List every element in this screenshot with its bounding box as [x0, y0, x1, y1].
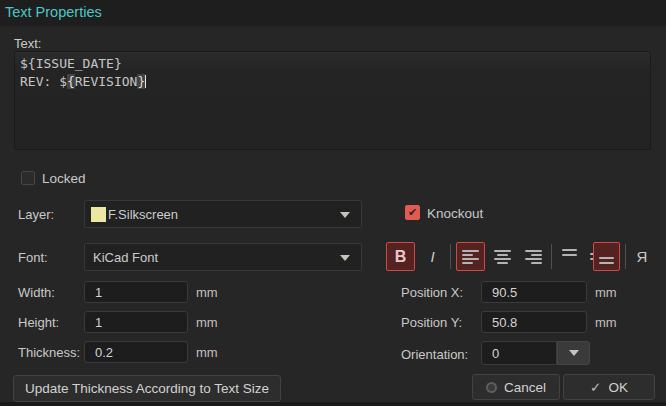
text-line-1: ${ISSUE_DATE} [20, 55, 645, 73]
layer-dropdown-value: F.Silkscreen [108, 207, 178, 222]
valign-top-icon [562, 249, 577, 264]
orientation-combo-input[interactable]: 0 [481, 341, 557, 365]
locked-checkbox[interactable] [21, 171, 35, 185]
text-cursor [145, 75, 146, 88]
text-label: Text: [14, 36, 41, 51]
thickness-unit: mm [196, 345, 218, 360]
check-icon: ✔ [408, 206, 417, 219]
position-y-input[interactable] [481, 311, 587, 333]
dialog-bottom-edge [0, 402, 666, 406]
valign-top-button[interactable] [556, 242, 583, 271]
valign-bottom-icon [599, 249, 614, 264]
cancel-button[interactable]: Cancel [472, 374, 560, 400]
knockout-label: Knockout [427, 206, 483, 221]
height-input[interactable] [84, 311, 188, 333]
mirror-icon: Я [637, 248, 648, 265]
layer-dropdown[interactable]: F.Silkscreen [84, 200, 362, 228]
position-y-label: Position Y: [401, 315, 462, 330]
align-left-icon [462, 250, 479, 264]
chevron-down-icon [569, 350, 579, 356]
valign-bottom-button[interactable] [593, 242, 620, 271]
toolbar-separator [551, 244, 552, 269]
cancel-circle-icon [486, 382, 497, 393]
position-x-label: Position X: [401, 285, 463, 300]
align-right-button[interactable] [519, 242, 548, 271]
align-center-icon [494, 250, 511, 264]
font-dropdown-value: KiCad Font [93, 250, 158, 265]
knockout-checkbox[interactable]: ✔ [405, 205, 420, 220]
layer-label: Layer: [18, 207, 54, 222]
position-x-input[interactable] [481, 281, 587, 303]
toolbar-separator [625, 244, 626, 269]
width-label: Width: [18, 285, 55, 300]
chevron-down-icon [340, 255, 350, 261]
update-thickness-button[interactable]: Update Thickness According to Text Size [13, 375, 281, 402]
align-right-icon [525, 250, 542, 264]
chevron-down-icon [340, 212, 350, 218]
ok-button[interactable]: ✓ OK [563, 374, 655, 400]
layer-color-swatch [91, 207, 106, 222]
page-title: Text Properties [5, 4, 102, 20]
bracket-open-highlight: { [67, 74, 75, 89]
dialog-titlebar: Text Properties [0, 0, 666, 26]
thickness-input[interactable] [84, 341, 188, 363]
align-center-button[interactable] [488, 242, 517, 271]
position-y-unit: mm [595, 315, 617, 330]
text-properties-dialog: Text Properties Text: ${ISSUE_DATE} REV:… [0, 0, 666, 406]
width-input[interactable] [84, 281, 188, 303]
font-label: Font: [18, 250, 48, 265]
italic-button[interactable]: I [420, 242, 445, 271]
bracket-close-highlight: } [137, 74, 145, 89]
width-unit: mm [196, 285, 218, 300]
ok-check-icon: ✓ [590, 379, 601, 395]
toolbar-separator [450, 244, 451, 269]
height-label: Height: [18, 315, 59, 330]
align-left-button[interactable] [456, 242, 485, 271]
text-line-2: REV: ${REVISION} [20, 73, 645, 91]
font-dropdown[interactable]: KiCad Font [84, 243, 362, 271]
text-content-input[interactable]: ${ISSUE_DATE} REV: ${REVISION} [14, 51, 651, 150]
locked-label: Locked [42, 171, 86, 186]
thickness-label: Thickness: [18, 345, 80, 360]
orientation-dropdown-button[interactable] [557, 341, 590, 365]
position-x-unit: mm [595, 285, 617, 300]
orientation-label: Orientation: [401, 347, 468, 362]
height-unit: mm [196, 315, 218, 330]
bold-button[interactable]: B [386, 242, 415, 271]
mirror-text-button[interactable]: Я [629, 242, 655, 271]
